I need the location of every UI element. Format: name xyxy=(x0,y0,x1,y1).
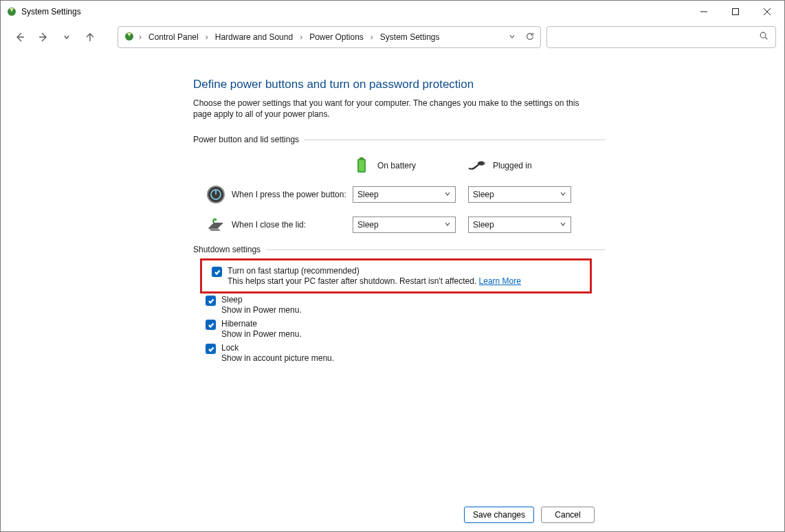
chevron-right-icon: › xyxy=(137,32,143,42)
battery-icon xyxy=(353,157,371,175)
svg-point-3 xyxy=(760,32,766,38)
highlighted-setting: Turn on fast startup (recommended) This … xyxy=(200,258,592,293)
plug-icon xyxy=(468,157,486,175)
recent-dropdown[interactable] xyxy=(61,32,72,43)
lock-desc: Show in account picture menu. xyxy=(221,353,334,363)
chevron-down-icon[interactable] xyxy=(509,32,516,42)
svg-rect-8 xyxy=(484,162,486,163)
app-icon xyxy=(6,6,17,17)
search-input[interactable] xyxy=(554,32,759,42)
press-power-plugged-select[interactable]: Sleep xyxy=(468,186,571,203)
fast-startup-title: Turn on fast startup (recommended) xyxy=(228,266,521,276)
refresh-icon[interactable] xyxy=(525,32,535,43)
power-button-icon xyxy=(206,184,226,205)
breadcrumb-item[interactable]: Power Options xyxy=(307,31,366,43)
svg-rect-1 xyxy=(733,9,739,15)
sleep-checkbox[interactable] xyxy=(206,296,216,306)
hibernate-checkbox[interactable] xyxy=(206,320,216,330)
col-plugged-label: Plugged in xyxy=(493,161,532,170)
lid-icon xyxy=(206,214,226,235)
chevron-right-icon: › xyxy=(298,32,304,42)
chevron-down-icon xyxy=(444,220,451,230)
svg-rect-6 xyxy=(359,160,364,171)
close-button[interactable] xyxy=(751,1,783,23)
breadcrumb-item[interactable]: Hardware and Sound xyxy=(212,31,296,43)
toolbar: › Control Panel › Hardware and Sound › P… xyxy=(1,23,784,52)
fast-startup-checkbox[interactable] xyxy=(212,267,222,277)
search-box[interactable] xyxy=(546,26,776,48)
hibernate-desc: Show in Power menu. xyxy=(221,329,302,339)
control-panel-icon xyxy=(124,31,135,44)
sleep-title: Sleep xyxy=(221,295,302,304)
search-icon xyxy=(759,31,769,43)
maximize-button[interactable] xyxy=(720,1,751,23)
titlebar: System Settings xyxy=(1,1,784,23)
press-power-battery-select[interactable]: Sleep xyxy=(353,186,456,203)
lock-title: Lock xyxy=(221,343,334,353)
close-lid-battery-select[interactable]: Sleep xyxy=(353,217,456,233)
close-lid-label: When I close the lid: xyxy=(232,220,353,230)
footer: Save changes Cancel xyxy=(1,498,784,531)
svg-rect-9 xyxy=(484,164,486,165)
breadcrumb-item[interactable]: Control Panel xyxy=(146,31,201,43)
chevron-down-icon xyxy=(444,190,451,199)
chevron-down-icon xyxy=(560,190,566,199)
forward-button[interactable] xyxy=(38,32,49,43)
breadcrumb-item[interactable]: System Settings xyxy=(377,31,443,43)
page-title: Define power buttons and turn on passwor… xyxy=(193,78,606,91)
page-description: Choose the power settings that you want … xyxy=(193,98,579,120)
section-shutdown-heading: Shutdown settings xyxy=(193,245,606,254)
save-button[interactable]: Save changes xyxy=(464,507,534,523)
chevron-down-icon xyxy=(560,220,566,230)
col-battery-label: On battery xyxy=(377,161,416,170)
learn-more-link[interactable]: Learn More xyxy=(479,276,521,286)
cancel-button[interactable]: Cancel xyxy=(541,507,595,523)
fast-startup-desc: This helps start your PC faster after sh… xyxy=(228,276,521,286)
svg-point-7 xyxy=(478,162,485,166)
up-button[interactable] xyxy=(85,32,96,43)
section-power-heading: Power button and lid settings xyxy=(193,135,606,144)
sleep-desc: Show in Power menu. xyxy=(221,305,302,315)
back-button[interactable] xyxy=(14,32,25,43)
window-title: System Settings xyxy=(21,7,688,16)
press-power-label: When I press the power button: xyxy=(232,190,353,199)
hibernate-title: Hibernate xyxy=(221,319,302,329)
svg-rect-4 xyxy=(360,157,364,159)
minimize-button[interactable] xyxy=(688,1,720,23)
lock-checkbox[interactable] xyxy=(206,344,216,354)
address-bar[interactable]: › Control Panel › Hardware and Sound › P… xyxy=(118,26,541,48)
close-lid-plugged-select[interactable]: Sleep xyxy=(468,217,571,233)
chevron-right-icon: › xyxy=(369,32,375,42)
chevron-right-icon: › xyxy=(204,32,210,42)
